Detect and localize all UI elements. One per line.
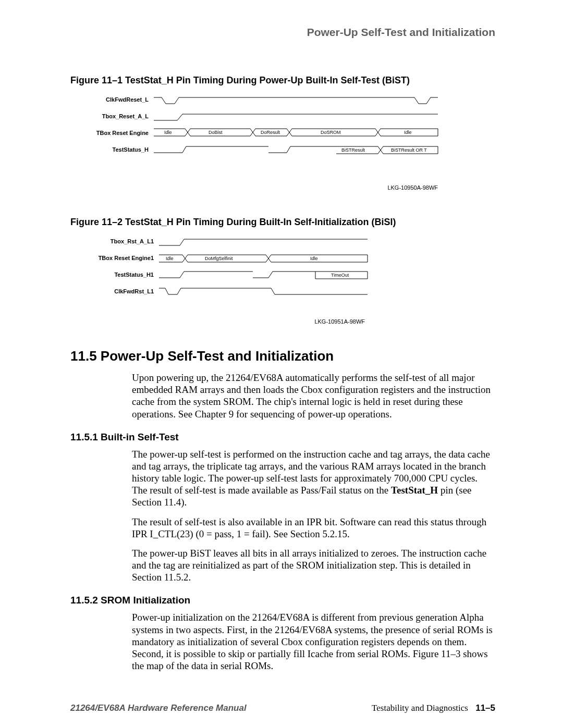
figure-11-1-caption: Figure 11–1 TestStat_H Pin Timing During… [70,75,495,86]
fig2-label-teststatus-h1: TestStatus_H1 [86,272,154,278]
fig1-state-idle: Idle [164,130,172,135]
footer-page-number: 11–5 [475,703,495,713]
footer-section-name: Testability and Diagnostics [372,703,468,713]
sub1-p3: The power-up BiST leaves all bits in all… [132,547,495,584]
fig1-state-bistresult: BiSTResult [341,147,365,153]
figure-11-1-code: LKG-10950A-98WF [86,184,438,191]
heading-11-5-2: 11.5.2 SROM Initialization [70,595,495,606]
fig2-label-clkfwdrst-l1: ClkFwdRst_L1 [86,288,154,294]
figure-11-2-diagram: Tbox_Rst_A_L1 TBox Reset Engine1 TestSta… [86,238,365,311]
figure-11-1-diagram: ClkFwdReset_L Tbox_Reset_A_L TBox Reset … [86,96,438,177]
footer-right: Testability and Diagnostics 11–5 [372,703,495,713]
figure-11-2-caption: Figure 11–2 TestStat_H Pin Timing During… [70,217,495,228]
fig1-state-dobist: DoBist [209,130,223,135]
heading-11-5-1: 11.5.1 Built-in Self-Test [70,431,495,443]
fig2-label-tbox-reset-engine1: TBox Reset Engine1 [86,255,154,261]
fig2-state-idle: Idle [166,256,174,261]
heading-11-5: 11.5 Power-Up Self-Test and Initializati… [70,348,495,364]
fig1-label-tbox-reset-engine: TBox Reset Engine [86,130,149,136]
sub1-p1: The power-up self-test is performed on t… [132,448,495,509]
section-11-5-intro: Upon powering up, the 21264/EV68A automa… [132,372,495,420]
fig2-label-tbox-rst: Tbox_Rst_A_L1 [86,238,154,244]
sub2-p1: Power-up initialization on the 21264/EV6… [132,611,495,672]
teststat-h-bold: TestStat_H [391,485,438,496]
fig1-state-dosrom: DoSROM [321,130,341,135]
fig1-label-tbox-reset-a: Tbox_Reset_A_L [86,113,149,119]
running-head: Power-Up Self-Test and Initialization [70,26,495,39]
fig2-state-timeout: TimeOut [331,273,349,278]
footer-manual-title: 21264/EV68A Hardware Reference Manual [70,703,247,713]
fig1-state-doresult: DoResult [261,130,280,135]
fig1-state-bistresult-or-t: BiSTResult OR T [391,147,427,153]
fig2-state-idle2: Idle [310,256,318,261]
figure-11-2-code: LKG-10951A-98WF [86,318,365,325]
fig1-label-clkfwdreset: ClkFwdReset_L [86,96,149,103]
sub1-p2: The result of self-test is also availabl… [132,516,495,540]
fig1-label-teststatus: TestStatus_H [86,146,149,153]
fig2-state-domfg: DoMfgSelfinit [205,256,233,261]
fig1-state-idle2: Idle [404,130,412,135]
page-footer: 21264/EV68A Hardware Reference Manual Te… [70,703,495,713]
